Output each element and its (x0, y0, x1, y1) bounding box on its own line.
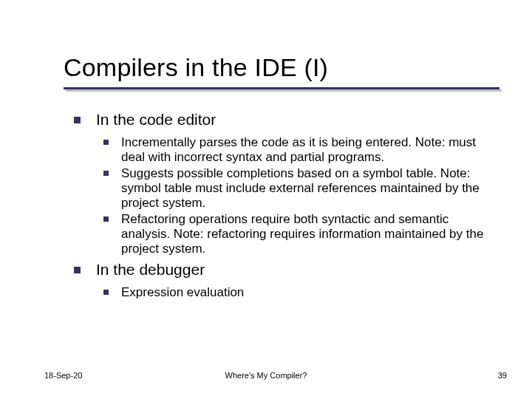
square-bullet-icon (103, 216, 109, 222)
lvl1-text: In the debugger (96, 261, 205, 278)
lvl2-text: Expression evaluation (121, 285, 244, 299)
slide-body: In the code editor Incrementally parses … (74, 111, 488, 304)
lvl2-text: Incrementally parses the code as it is b… (121, 135, 476, 164)
title-underline-shadow (66, 89, 502, 92)
title-underline (64, 87, 499, 89)
bullet-lvl1: In the debugger (74, 261, 488, 279)
square-bullet-icon (103, 290, 109, 295)
slide-title: Compilers in the IDE (I) (64, 53, 328, 82)
footer-page-number: 39 (498, 371, 507, 380)
bullet-lvl2: Expression evaluation (103, 285, 488, 300)
lvl2-text: Refactoring operations require both synt… (121, 212, 483, 256)
bullet-lvl2: Suggests possible completions based on a… (103, 166, 488, 211)
square-bullet-icon (103, 140, 109, 145)
slide: Compilers in the IDE (I) In the code edi… (0, 0, 532, 399)
square-bullet-icon (74, 117, 81, 123)
lvl2-group: Expression evaluation (103, 285, 488, 300)
square-bullet-icon (103, 171, 109, 176)
footer-title: Where's My Compiler? (0, 371, 532, 380)
bullet-lvl2: Incrementally parses the code as it is b… (103, 135, 488, 165)
bullet-lvl2: Refactoring operations require both synt… (103, 212, 488, 256)
lvl1-text: In the code editor (96, 111, 216, 128)
square-bullet-icon (74, 267, 81, 273)
bullet-lvl1: In the code editor (74, 111, 488, 129)
lvl2-group: Incrementally parses the code as it is b… (103, 135, 488, 256)
lvl2-text: Suggests possible completions based on a… (121, 166, 480, 210)
